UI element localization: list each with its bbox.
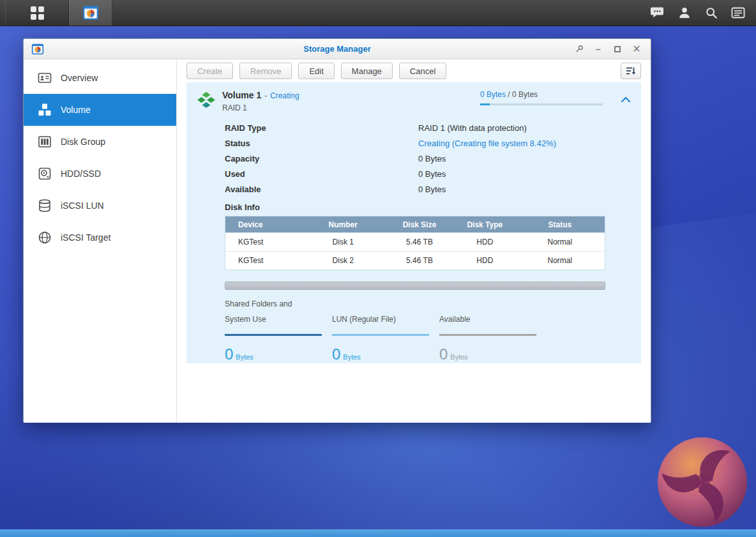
cell-device: KGTest <box>225 233 302 252</box>
swirl-logo-icon <box>656 435 748 529</box>
widgets-icon <box>731 7 745 19</box>
disk-row-1[interactable]: KGTest Disk 1 5.46 TB HDD Normal <box>225 233 605 252</box>
sort-icon <box>626 66 636 75</box>
main-area: Create Remove Edit Manage Cancel <box>177 59 651 423</box>
sidebar-item-iscsi-lun[interactable]: iSCSI LUN <box>24 190 176 222</box>
usage-legend: Shared Folders and System Use 0Bytes LUN… <box>225 299 631 363</box>
column-header-disk-type[interactable]: Disk Type <box>455 216 515 233</box>
stat-label-line1 <box>332 299 429 315</box>
close-button[interactable]: ✕ <box>631 44 642 54</box>
stat-system-use: Shared Folders and System Use 0Bytes <box>225 299 322 363</box>
sidebar-item-overview[interactable]: Overview <box>24 62 176 94</box>
pin-icon[interactable] <box>574 44 584 54</box>
usage-divider: / <box>506 90 512 99</box>
cell-size: 5.46 TB <box>384 233 455 252</box>
desktop: Storage Manager – ✕ Overview <box>0 0 756 537</box>
volume-panel: Volume 1 - Creating RAID 1 0 Bytes / 0 B… <box>186 82 641 363</box>
cell-type: HDD <box>455 252 515 270</box>
search-icon <box>705 6 718 19</box>
usage-progress-fill <box>480 103 490 105</box>
volume-titles: Volume 1 - Creating RAID 1 <box>222 90 299 112</box>
sidebar-item-hdd-ssd[interactable]: HDD/SSD <box>24 158 176 190</box>
stat-label-line1: Shared Folders and <box>225 299 322 315</box>
detail-label: Capacity <box>225 154 418 163</box>
disk-row-2[interactable]: KGTest Disk 2 5.46 TB HDD Normal <box>225 252 605 270</box>
detail-value: 0 Bytes <box>418 169 446 179</box>
user-button[interactable] <box>673 0 696 26</box>
window-body: Overview Volume Disk Group <box>24 59 651 423</box>
stat-underline <box>439 334 536 336</box>
iscsi-target-icon <box>38 231 52 245</box>
volume-separator: - <box>264 91 267 100</box>
detail-label: Status <box>225 139 418 148</box>
stat-value: 0 <box>225 345 233 363</box>
taskbar <box>0 0 756 26</box>
detail-row: Status Creating (Creating file system 8.… <box>225 135 631 151</box>
disk-info-title: Disk Info <box>225 202 631 214</box>
stat-underline <box>332 334 429 336</box>
sidebar-item-disk-group[interactable]: Disk Group <box>24 126 176 158</box>
usage-total: 0 Bytes <box>512 90 538 99</box>
stat-label-line1 <box>439 299 536 315</box>
main-menu-button[interactable] <box>5 0 69 26</box>
desktop-brand-logo <box>656 435 748 532</box>
maximize-button[interactable] <box>612 44 623 54</box>
volume-raid-label: RAID 1 <box>222 103 299 112</box>
cell-status: Normal <box>515 252 605 270</box>
remove-button[interactable]: Remove <box>239 63 292 79</box>
toolbar: Create Remove Edit Manage Cancel <box>177 59 651 82</box>
detail-value: 0 Bytes <box>418 185 446 194</box>
widgets-button[interactable] <box>727 0 750 26</box>
window-title: Storage Manager <box>24 44 651 54</box>
storage-manager-icon <box>82 4 99 21</box>
column-header-status[interactable]: Status <box>515 216 605 233</box>
detail-row: Used 0 Bytes <box>225 166 631 181</box>
sidebar-item-iscsi-target[interactable]: iSCSI Target <box>24 222 176 253</box>
sidebar-item-label: Disk Group <box>61 137 105 147</box>
titlebar[interactable]: Storage Manager – ✕ <box>24 39 651 59</box>
taskbar-tray <box>646 0 756 26</box>
cell-type: HDD <box>455 233 515 252</box>
usage-progress-track <box>480 103 603 105</box>
minimize-button[interactable]: – <box>593 44 603 54</box>
create-button[interactable]: Create <box>186 63 233 79</box>
cell-number: Disk 2 <box>301 252 384 270</box>
column-header-number[interactable]: Number <box>301 216 384 233</box>
edit-button[interactable]: Edit <box>298 63 334 79</box>
volume-header[interactable]: Volume 1 - Creating RAID 1 0 Bytes / 0 B… <box>197 87 631 112</box>
chat-button[interactable] <box>646 0 669 26</box>
search-button[interactable] <box>700 0 723 26</box>
sidebar-item-label: HDD/SSD <box>61 169 101 179</box>
disk-table-header-row: Device Number Disk Size Disk Type Status <box>225 216 605 233</box>
window-app-icon <box>31 43 44 56</box>
volume-state: Creating <box>270 91 299 100</box>
cell-device: KGTest <box>225 252 302 270</box>
stat-unit: Bytes <box>343 353 361 361</box>
stat-label-line2: LUN (Regular File) <box>332 315 429 325</box>
detail-row: Capacity 0 Bytes <box>225 151 631 166</box>
cell-number: Disk 1 <box>301 233 384 252</box>
storage-manager-taskbar-button[interactable] <box>69 0 112 26</box>
column-header-disk-size[interactable]: Disk Size <box>384 216 455 233</box>
sort-options-button[interactable] <box>621 63 641 79</box>
sidebar-item-label: Overview <box>61 73 98 83</box>
usage-used-link[interactable]: 0 Bytes <box>480 90 506 99</box>
desktop-bottom-band <box>0 529 756 537</box>
volume-usage-summary: 0 Bytes / 0 Bytes <box>480 90 603 105</box>
detail-row: RAID Type RAID 1 (With data protection) <box>225 120 631 135</box>
detail-value: RAID 1 (With data protection) <box>418 123 527 133</box>
cancel-button[interactable]: Cancel <box>399 63 446 79</box>
hdd-icon <box>38 167 52 181</box>
chat-icon <box>651 6 665 19</box>
window-controls: – ✕ <box>574 44 651 54</box>
column-header-device[interactable]: Device <box>225 216 302 233</box>
sidebar-item-volume[interactable]: Volume <box>24 94 176 126</box>
collapse-chevron-icon[interactable] <box>621 94 631 105</box>
cell-status: Normal <box>515 233 605 252</box>
manage-button[interactable]: Manage <box>341 63 393 79</box>
volume-name: Volume 1 <box>222 90 261 100</box>
disk-group-icon <box>38 135 52 149</box>
main-menu-icon <box>31 6 44 20</box>
stat-value: 0 <box>332 345 340 363</box>
volume-usage-bar <box>225 282 605 290</box>
